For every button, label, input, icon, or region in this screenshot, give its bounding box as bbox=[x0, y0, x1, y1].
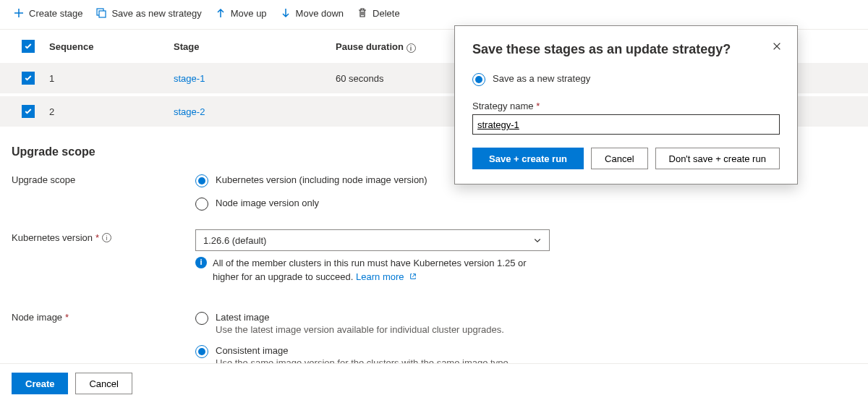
plus-icon bbox=[13, 7, 25, 19]
radio-latest-sub: Use the latest image version available f… bbox=[216, 324, 504, 335]
radio-k8s-label: Kubernetes version (including node image… bbox=[216, 174, 427, 185]
select-all-checkbox[interactable] bbox=[22, 40, 35, 53]
save-strategy-dialog: Save these stages as an update strategy?… bbox=[454, 25, 798, 184]
save-as-new-strategy-button[interactable]: Save as new strategy bbox=[95, 7, 201, 19]
k8s-version-label: Kubernetes version bbox=[12, 232, 93, 243]
radio-node-label: Node image version only bbox=[216, 198, 319, 208]
move-down-button[interactable]: Move down bbox=[280, 7, 344, 19]
info-icon: i bbox=[407, 43, 416, 53]
close-button[interactable] bbox=[770, 39, 784, 54]
dont-save-create-run-button[interactable]: Don't save + create run bbox=[655, 148, 780, 169]
cell-seq: 2 bbox=[42, 95, 166, 128]
move-up-button[interactable]: Move up bbox=[215, 7, 267, 19]
external-link-icon bbox=[409, 273, 417, 280]
footer: Create Cancel bbox=[0, 363, 868, 403]
radio-icon bbox=[472, 73, 485, 86]
close-icon bbox=[772, 41, 782, 51]
strategy-name-label: Strategy name bbox=[472, 101, 534, 111]
info-icon: i bbox=[195, 257, 207, 268]
stage-link[interactable]: stage-2 bbox=[174, 106, 205, 117]
node-image-label: Node image bbox=[12, 312, 62, 323]
info-icon: i bbox=[102, 233, 111, 242]
row-checkbox[interactable] bbox=[22, 72, 35, 85]
strategy-name-input[interactable] bbox=[472, 114, 780, 135]
dialog-cancel-button[interactable]: Cancel bbox=[591, 148, 647, 169]
radio-latest-image[interactable]: Latest image Use the latest image versio… bbox=[195, 309, 586, 342]
col-stage: Stage bbox=[166, 30, 328, 63]
col-sequence: Sequence bbox=[42, 30, 166, 63]
required-asterisk: * bbox=[65, 312, 69, 323]
save-create-run-button[interactable]: Save + create run bbox=[472, 148, 584, 169]
move-down-label: Move down bbox=[296, 8, 344, 19]
radio-node-image-only[interactable]: Node image version only bbox=[195, 195, 586, 218]
radio-save-new-label: Save as a new strategy bbox=[493, 73, 590, 84]
required-asterisk: * bbox=[95, 232, 99, 243]
delete-button[interactable]: Delete bbox=[357, 7, 400, 19]
radio-save-new-strategy[interactable]: Save as a new strategy bbox=[472, 70, 780, 93]
learn-more-link[interactable]: Learn more bbox=[356, 271, 417, 282]
stage-link[interactable]: stage-1 bbox=[174, 73, 205, 84]
k8s-version-value: 1.26.6 (default) bbox=[203, 235, 266, 246]
arrow-up-icon bbox=[215, 7, 226, 19]
upgrade-scope-label: Upgrade scope bbox=[12, 171, 195, 218]
trash-icon bbox=[357, 7, 368, 19]
arrow-down-icon bbox=[280, 7, 292, 19]
save-icon bbox=[95, 7, 107, 19]
chevron-down-icon bbox=[533, 236, 542, 245]
create-button[interactable]: Create bbox=[12, 373, 68, 394]
svg-rect-1 bbox=[99, 11, 106, 17]
dialog-title: Save these stages as an update strategy? bbox=[472, 42, 780, 57]
radio-icon bbox=[195, 312, 208, 325]
create-stage-button[interactable]: Create stage bbox=[13, 7, 82, 19]
delete-label: Delete bbox=[373, 8, 400, 19]
cell-seq: 1 bbox=[42, 63, 166, 95]
move-up-label: Move up bbox=[231, 8, 267, 19]
radio-consistent-label: Consistent image bbox=[216, 345, 511, 356]
cancel-button[interactable]: Cancel bbox=[75, 373, 132, 394]
create-stage-label: Create stage bbox=[29, 8, 82, 19]
radio-icon bbox=[195, 345, 208, 358]
radio-icon bbox=[195, 198, 208, 211]
k8s-version-select[interactable]: 1.26.6 (default) bbox=[195, 229, 550, 251]
radio-latest-label: Latest image bbox=[216, 312, 504, 323]
row-checkbox[interactable] bbox=[22, 105, 35, 118]
radio-icon bbox=[195, 174, 208, 187]
required-asterisk: * bbox=[536, 101, 540, 111]
save-as-new-strategy-label: Save as new strategy bbox=[111, 8, 201, 19]
